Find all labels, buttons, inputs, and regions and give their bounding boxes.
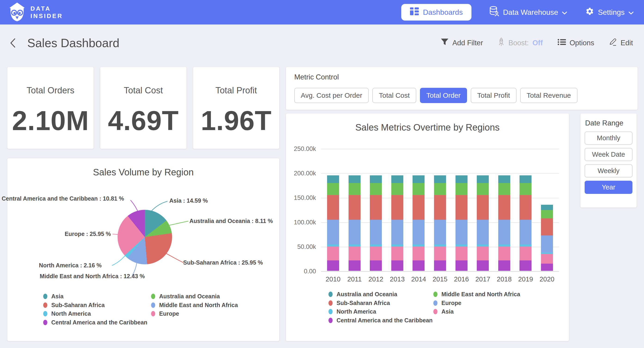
bar-segment-australia-and-oceania bbox=[520, 175, 532, 183]
bar-2010 bbox=[327, 175, 339, 271]
legend-dot bbox=[43, 311, 47, 316]
pie-label-australia-and-oceania: Australia and Oceania : 8.11 % bbox=[190, 218, 273, 224]
brand-logo[interactable]: DATA INSIDER bbox=[8, 2, 63, 23]
legend-europe[interactable]: Europe bbox=[151, 310, 179, 317]
boost-toggle[interactable]: Boost: Off bbox=[498, 38, 543, 49]
y-axis-tick: 150.00k bbox=[279, 194, 316, 201]
bar-2013 bbox=[391, 175, 403, 271]
legend-europe[interactable]: Europe bbox=[433, 300, 461, 306]
pie-chart-title: Sales Volume by Region bbox=[8, 167, 279, 177]
bar-segment-north-america bbox=[391, 244, 403, 247]
x-axis-tick: 2015 bbox=[428, 275, 452, 283]
nav-settings[interactable]: Settings bbox=[585, 7, 634, 18]
legend-north-america[interactable]: North America bbox=[328, 308, 376, 315]
bar-segment-sub-saharan-africa bbox=[498, 195, 510, 220]
legend-central-america-and-the-caribbean[interactable]: Central America and the Caribbean bbox=[328, 317, 433, 324]
x-axis-tick: 2012 bbox=[364, 275, 387, 283]
nav-data-warehouse[interactable]: Data Warehouse bbox=[490, 6, 567, 19]
pie-leader-north-america bbox=[112, 255, 126, 265]
legend-central-america-and-the-caribbean[interactable]: Central America and the Caribbean bbox=[43, 319, 147, 326]
nav-dashboards[interactable]: Dashboards bbox=[401, 4, 472, 21]
pie-label-central-america-and-the-caribbean: Central America and the Caribbean : 10.8… bbox=[2, 195, 124, 202]
options-button[interactable]: Options bbox=[558, 39, 594, 47]
bar-segment-north-america bbox=[477, 244, 489, 247]
legend-asia[interactable]: Asia bbox=[433, 308, 454, 315]
metric-control-card: Metric Control Avg. Cost per OrderTotal … bbox=[286, 67, 638, 110]
pie-label-sub-saharan-africa: Sub-Saharan Africa : 25.95 % bbox=[183, 259, 263, 266]
pie-label-asia: Asia : 14.59 % bbox=[169, 197, 208, 204]
metric-option-total-profit[interactable]: Total Profit bbox=[471, 88, 516, 103]
bar-segment-asia bbox=[520, 247, 532, 260]
bar-segment-australia-and-oceania bbox=[327, 175, 339, 183]
bar-segment-europe bbox=[477, 220, 489, 244]
legend-dot bbox=[151, 311, 155, 316]
legend-label: Australia and Oceania bbox=[336, 291, 397, 298]
legend-dot bbox=[433, 309, 438, 314]
bar-segment-australia-and-oceania bbox=[348, 175, 360, 183]
bar-segment-europe bbox=[456, 220, 468, 244]
pie-label-europe: Europe : 25.95 % bbox=[65, 231, 111, 237]
back-button[interactable] bbox=[9, 38, 16, 48]
kpi-label: Total Orders bbox=[8, 86, 94, 95]
kpi-card-total-profit: Total Profit 1.96T bbox=[193, 67, 279, 149]
bar-2015 bbox=[434, 175, 446, 271]
bar-segment-north-america bbox=[327, 244, 339, 247]
bar-2011 bbox=[348, 175, 360, 271]
date-option-year[interactable]: Year bbox=[585, 181, 632, 194]
bar-segment-north-america bbox=[434, 244, 446, 247]
metric-option-total-revenue[interactable]: Total Revenue bbox=[520, 88, 578, 103]
bar-2020 bbox=[541, 205, 553, 271]
metric-option-total-order[interactable]: Total Order bbox=[420, 88, 467, 103]
bar-segment-central-america-and-the-caribbean bbox=[412, 260, 424, 271]
legend-label: Australia and Oceania bbox=[159, 293, 220, 300]
kpi-card-total-orders: Total Orders 2.10M bbox=[8, 67, 94, 149]
bar-segment-north-america bbox=[498, 244, 510, 247]
date-range-card: Date Range MonthlyWeek DateWeeklyYear bbox=[580, 114, 636, 207]
date-option-monthly[interactable]: Monthly bbox=[585, 132, 632, 145]
y-axis-tick: 0.00 bbox=[279, 268, 316, 275]
bar-segment-middle-east-and-north-africa bbox=[348, 183, 360, 195]
legend-asia[interactable]: Asia bbox=[43, 293, 64, 300]
x-axis-tick: 2017 bbox=[471, 275, 494, 283]
legend-label: Middle East and North Africa bbox=[442, 291, 520, 298]
bar-segment-asia bbox=[348, 247, 360, 260]
bar-segment-australia-and-oceania bbox=[477, 175, 489, 183]
legend-sub-saharan-africa[interactable]: Sub-Saharan Africa bbox=[43, 302, 105, 308]
kpi-value: 4.69T bbox=[100, 105, 186, 136]
bar-segment-europe bbox=[327, 220, 339, 244]
bar-segment-europe bbox=[520, 220, 532, 244]
bar-segment-australia-and-oceania bbox=[370, 175, 382, 183]
legend-north-america[interactable]: North America bbox=[43, 310, 91, 317]
chevron-down-icon bbox=[562, 8, 567, 17]
legend-australia-and-oceania[interactable]: Australia and Oceania bbox=[328, 291, 397, 298]
legend-sub-saharan-africa[interactable]: Sub-Saharan Africa bbox=[328, 300, 390, 306]
bar-segment-central-america-and-the-caribbean bbox=[391, 260, 403, 271]
add-filter-button[interactable]: Add Filter bbox=[441, 38, 483, 48]
date-option-weekly[interactable]: Weekly bbox=[585, 164, 632, 177]
date-option-week-date[interactable]: Week Date bbox=[585, 148, 632, 161]
kpi-label: Total Cost bbox=[100, 86, 186, 95]
bar-segment-sub-saharan-africa bbox=[434, 195, 446, 220]
legend-australia-and-oceania[interactable]: Australia and Oceania bbox=[151, 293, 220, 300]
metric-option-avg-cost-per-order[interactable]: Avg. Cost per Order bbox=[294, 88, 369, 103]
bar-segment-asia bbox=[456, 247, 468, 260]
bar-segment-middle-east-and-north-africa bbox=[477, 183, 489, 195]
metric-option-total-cost[interactable]: Total Cost bbox=[372, 88, 416, 103]
filter-funnel-icon bbox=[441, 38, 448, 48]
bar-segment-middle-east-and-north-africa bbox=[456, 183, 468, 195]
legend-dot bbox=[43, 294, 47, 299]
bar-segment-sub-saharan-africa bbox=[370, 195, 382, 220]
sales-dashboard-app: DATA INSIDER Dashboards bbox=[0, 0, 644, 348]
bar-segment-europe bbox=[541, 235, 553, 253]
legend-middle-east-and-north-africa[interactable]: Middle East and North Africa bbox=[151, 302, 238, 308]
bar-segment-asia bbox=[498, 247, 510, 260]
rocket-icon bbox=[498, 38, 505, 49]
y-axis-tick: 250.00k bbox=[279, 145, 316, 153]
kpi-card-total-cost: Total Cost 4.69T bbox=[100, 67, 186, 149]
legend-middle-east-and-north-africa[interactable]: Middle East and North Africa bbox=[433, 291, 520, 298]
bar-segment-central-america-and-the-caribbean bbox=[327, 260, 339, 271]
legend-label: Central America and the Caribbean bbox=[51, 319, 147, 326]
pie-leader-asia bbox=[150, 201, 168, 212]
bar-2016 bbox=[456, 175, 468, 271]
edit-button[interactable]: Edit bbox=[609, 38, 633, 48]
